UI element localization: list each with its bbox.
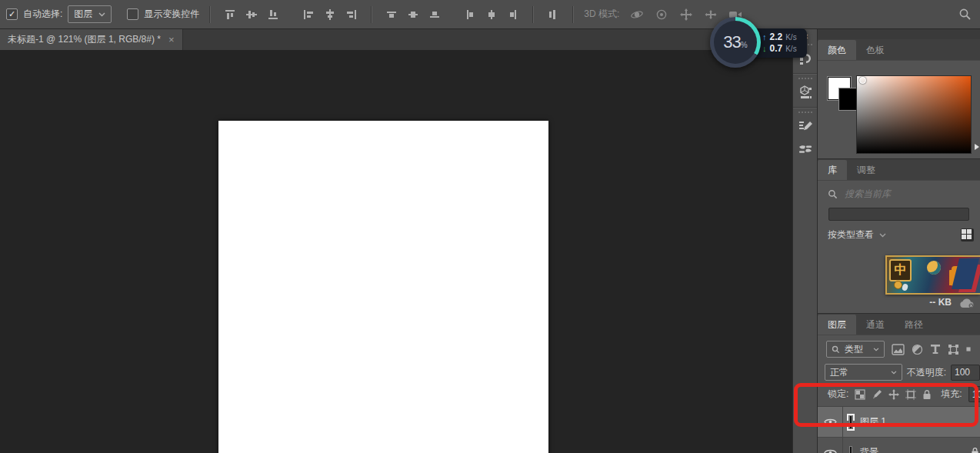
visibility-eye-icon[interactable] [818, 407, 843, 437]
banner-moon-shape [927, 261, 941, 275]
blend-mode-dropdown[interactable]: 正常 [825, 364, 902, 381]
align-left-edges-button[interactable] [299, 5, 318, 24]
brush-settings-panel-icon[interactable] [793, 115, 818, 138]
gauge-percent: 33 [723, 32, 740, 52]
upload-unit: K/s [785, 32, 796, 42]
thumb-corner [848, 424, 855, 431]
download-value: 0.7 [770, 44, 783, 54]
opacity-value[interactable]: 100 [951, 365, 980, 381]
tab-paths[interactable]: 路径 [895, 315, 933, 335]
align-right-edges-button[interactable] [342, 5, 361, 24]
lock-artboard-icon[interactable] [905, 389, 916, 400]
tab-channels[interactable]: 通道 [856, 315, 895, 335]
brushes-panel-icon[interactable] [793, 138, 818, 161]
blend-mode-value: 正常 [830, 366, 848, 379]
distribute-vertical-centers-button[interactable] [404, 5, 422, 24]
download-arrow-icon: ↓ [762, 44, 767, 54]
download-rate: ↓ 0.7 K/s [762, 44, 807, 54]
drag-handle[interactable] [798, 78, 812, 79]
distribute-top-edges-button[interactable] [382, 5, 401, 24]
layer-filter-type-dropdown[interactable]: 类型 [826, 341, 885, 358]
library-content-area: 中 [818, 246, 980, 295]
auto-select-checkbox[interactable]: ✓ [6, 8, 18, 20]
view-by-type-dropdown[interactable]: 按类型查看 [828, 228, 874, 241]
chevron-down-icon[interactable] [879, 233, 886, 238]
distribute-left-edges-button[interactable] [461, 5, 479, 24]
library-size-text: -- KB [929, 297, 952, 308]
3d-roll-icon[interactable] [652, 5, 671, 24]
distribute-right-edges-button[interactable] [504, 5, 522, 24]
auto-select-target-dropdown[interactable]: 图层 [68, 5, 112, 23]
lock-label: 锁定: [828, 388, 848, 401]
document-canvas[interactable] [218, 121, 548, 453]
3d-panel-icon[interactable] [793, 81, 818, 104]
divider [793, 107, 817, 108]
color-panel-tabs: 颜色 色板 [818, 39, 980, 61]
search-icon[interactable] [955, 5, 974, 24]
download-unit: K/s [785, 44, 796, 54]
fill-value[interactable]: 100 [968, 386, 980, 402]
filter-pixel-layers-icon[interactable] [892, 344, 905, 355]
lock-image-pixels-icon[interactable] [872, 389, 882, 400]
document-tab[interactable]: 未标题-1 @ 121% (图层 1, RGB/8#) * × [0, 29, 183, 50]
color-spectrum-field[interactable] [856, 75, 972, 154]
lock-transparent-pixels-icon[interactable] [855, 389, 865, 400]
gauge-percent-unit: % [741, 41, 748, 49]
divider [532, 6, 534, 23]
upload-rate: ↑ 2.2 K/s [762, 32, 807, 42]
distribute-bottom-edges-button[interactable] [425, 5, 444, 24]
align-top-edges-button[interactable] [221, 5, 239, 24]
lock-position-icon[interactable] [888, 389, 899, 400]
close-tab-icon[interactable]: × [168, 34, 175, 45]
layers-lock-row: 锁定: 填充: 100 [818, 384, 980, 407]
visibility-eye-icon[interactable] [818, 438, 843, 453]
performance-gauge[interactable]: 33 % [710, 17, 761, 68]
3d-pan-icon[interactable] [677, 5, 695, 24]
color-sample-ring[interactable] [859, 77, 866, 84]
filter-adjustment-layers-icon[interactable] [912, 344, 923, 355]
library-asset-thumbnail[interactable]: 中 [885, 255, 980, 295]
document-tab-bar: 未标题-1 @ 121% (图层 1, RGB/8#) * × [0, 29, 792, 50]
align-bottom-edges-button[interactable] [264, 5, 282, 24]
canvas-area[interactable] [0, 50, 792, 453]
layer-row-background[interactable]: 背景 [818, 438, 980, 453]
library-view-row: 按类型查看 [818, 221, 980, 246]
color-panel-content [818, 61, 980, 158]
document-title: 未标题-1 @ 121% (图层 1, RGB/8#) * [8, 33, 161, 46]
grid-view-icon[interactable] [961, 228, 974, 241]
layers-panel-tabs: 图层 通道 路径 [818, 313, 980, 335]
lock-all-icon[interactable] [922, 389, 932, 400]
layer-row-layer1[interactable]: 图层 1 [818, 407, 980, 438]
3d-orbit-icon[interactable] [628, 5, 646, 24]
mode-3d-label: 3D 模式: [584, 8, 619, 21]
divider [572, 6, 574, 23]
layer-thumbnail[interactable] [850, 448, 852, 453]
layer-thumbnail[interactable] [850, 417, 852, 428]
filter-type-layers-icon[interactable] [930, 344, 941, 355]
layer-name[interactable]: 背景 [860, 446, 878, 453]
tab-swatches[interactable]: 色板 [856, 40, 895, 60]
layer-name[interactable]: 图层 1 [860, 415, 886, 428]
photoshop-window: ✓ 自动选择: 图层 显示变换控件 [0, 0, 980, 453]
tab-color[interactable]: 颜色 [818, 40, 856, 60]
filter-shape-layers-icon[interactable] [948, 344, 959, 355]
cloud-offline-icon[interactable] [958, 297, 975, 308]
align-horizontal-centers-button[interactable] [321, 5, 339, 24]
panel-flyout-arrow-icon[interactable] [975, 144, 979, 150]
banner-character: 中 [889, 259, 912, 281]
tab-adjustments[interactable]: 调整 [847, 160, 885, 180]
distribute-spacing-button[interactable] [544, 5, 562, 24]
drag-handle[interactable] [798, 112, 812, 113]
library-search-input[interactable] [843, 188, 970, 200]
filter-smart-objects-icon[interactable] [966, 344, 971, 355]
tab-layers[interactable]: 图层 [818, 315, 856, 335]
divider [371, 6, 372, 23]
upload-arrow-icon: ↑ [762, 32, 767, 42]
background-lock-icon[interactable] [971, 447, 979, 453]
tab-libraries[interactable]: 库 [818, 160, 847, 180]
chevron-down-icon [98, 12, 105, 17]
distribute-horizontal-centers-button[interactable] [482, 5, 501, 24]
network-speed-widget[interactable]: ↑ 2.2 K/s ↓ 0.7 K/s 33 % [710, 17, 808, 69]
align-vertical-centers-button[interactable] [242, 5, 261, 24]
show-transform-checkbox[interactable] [127, 8, 138, 20]
